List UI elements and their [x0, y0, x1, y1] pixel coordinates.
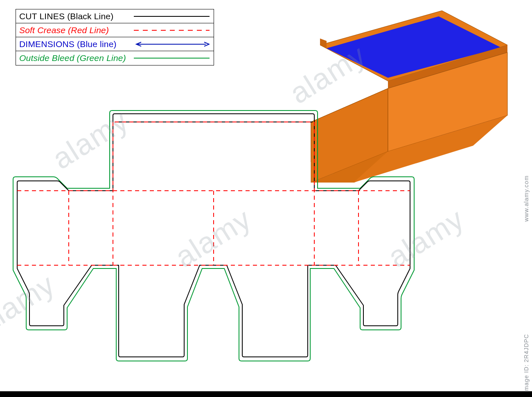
- legend-label-bleed: Outside Bleed (Green Line): [19, 53, 134, 63]
- legend-row-bleed: Outside Bleed (Green Line): [16, 51, 214, 65]
- legend-label-crease: Soft Crease (Red Line): [19, 25, 134, 35]
- legend-sample-crease: [134, 23, 210, 37]
- legend-sample-dims: [134, 37, 210, 51]
- legend-row-crease: Soft Crease (Red Line): [16, 23, 214, 37]
- legend-row-dims: DIMENSIONS (Blue line): [16, 37, 214, 51]
- legend-row-cut: CUT LINES (Black Line): [16, 9, 214, 23]
- legend-label-cut: CUT LINES (Black Line): [19, 11, 134, 21]
- bottom-bar: [0, 391, 532, 397]
- legend-box: CUT LINES (Black Line) Soft Crease (Red …: [16, 9, 214, 65]
- legend-sample-bleed: [134, 51, 210, 65]
- watermark-image-id: Image ID: 2R4JDPC: [523, 334, 530, 393]
- diagram-canvas: CUT LINES (Black Line) Soft Crease (Red …: [0, 0, 532, 397]
- crease-lines: [17, 122, 410, 265]
- legend-sample-cut: [134, 9, 210, 23]
- watermark-url: www.alamy.com: [523, 175, 530, 221]
- dieline-flat: [11, 106, 425, 368]
- legend-label-dims: DIMENSIONS (Blue line): [19, 39, 134, 49]
